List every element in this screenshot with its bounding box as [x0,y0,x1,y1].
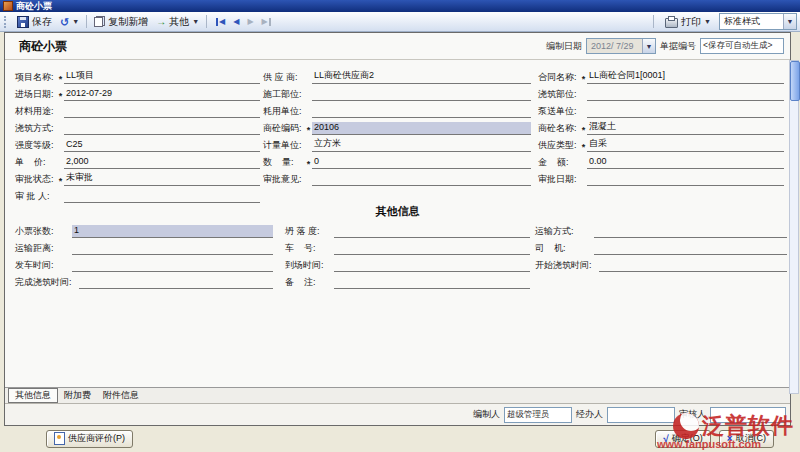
combobox-dropdown-icon[interactable]: ▼ [783,14,796,29]
print-label: 打印 [681,15,701,29]
field-input[interactable] [599,259,787,272]
field-input[interactable]: 1 [72,225,273,238]
form-field-row: 运输方式: [535,221,787,238]
field-input[interactable]: 混凝土 [587,120,784,135]
field-input[interactable]: C25 [64,139,260,152]
other-info-column-left: 小票张数:1运输距离:发车时间:完成浇筑时间: [15,221,273,289]
required-marker: * [57,75,64,84]
field-input[interactable] [312,105,531,118]
cancel-button[interactable]: × 取消(C) [719,430,774,448]
field-input[interactable] [64,122,260,135]
form-field-row: 开始浇筑时间: [535,255,787,272]
ok-button[interactable]: √ 确定(O) [655,430,711,448]
supplier-eval-icon [54,432,65,445]
form-field-row: 材料用途: [15,101,260,118]
field-label: 供 应 商: [263,71,305,84]
other-label: 其他 [169,15,189,29]
field-input[interactable] [72,242,273,255]
form-footer: 编制人 超级管理员 经办人 审核人 [5,404,790,425]
field-input[interactable] [312,173,531,186]
compile-date-label: 编制日期 [546,40,582,53]
tab[interactable]: 附加费 [58,389,97,402]
field-input[interactable]: 0 [312,156,531,169]
last-record-button[interactable]: ▶ [260,16,273,27]
form-field-row: 项目名称:*LL项目 [15,67,260,84]
field-label: 审批状态: [15,173,57,186]
scrollbar-thumb[interactable] [790,61,800,101]
form-field-row: 强度等级:C25 [15,135,260,152]
next-record-button[interactable]: ▶ [245,16,255,27]
reviewer-input[interactable] [710,407,786,423]
field-input[interactable] [79,276,273,289]
other-button[interactable]: → 其他 ▼ [152,14,203,30]
form-field-row: 供 应 商:LL商砼供应商2 [263,67,531,84]
field-input[interactable] [587,88,784,101]
form-field-row: 审批意见: [263,169,531,186]
field-input[interactable] [64,105,260,118]
undo-button[interactable]: ↺ ▼ [56,16,83,28]
field-input[interactable] [334,242,530,255]
field-input[interactable] [594,242,787,255]
field-label: 发车时间: [15,259,65,272]
record-navigation: ◀ ◀ ▶ ▶ [214,16,273,27]
previous-record-button[interactable]: ◀ [231,16,241,27]
tab[interactable]: 附件信息 [97,389,145,402]
field-input[interactable]: LL项目 [64,69,260,84]
field-label: 浇筑方式: [15,122,57,135]
toolbar: 保存 ↺ ▼ 复制新增 → 其他 ▼ ◀ ◀ ▶ ▶ 打印 ▼ [0,12,800,32]
field-label: 审批意见: [263,173,305,186]
window-titlebar: 商砼小票 [0,0,800,12]
form-field-row: 发车时间: [15,255,273,272]
first-record-button[interactable]: ◀ [214,16,227,27]
print-style-combobox[interactable]: 标准样式 ▼ [719,13,797,30]
compile-date-combobox[interactable]: 2012/ 7/29 ▼ [586,38,656,54]
form-field-row: 审批日期: [538,169,784,186]
doc-no-label: 单据编号 [660,40,696,53]
bottom-tabstrip: 其他信息附加费附件信息 [5,387,790,404]
save-icon [17,16,29,28]
toolbar-separator [86,15,87,28]
field-input[interactable] [587,105,784,118]
field-input[interactable] [312,88,531,101]
toolbar-grip [4,16,9,28]
field-label: 商砼名称: [538,122,580,135]
creator-input[interactable]: 超级管理员 [504,407,572,423]
field-input[interactable]: 2012-07-29 [64,88,260,101]
save-button[interactable]: 保存 [13,14,56,30]
field-input[interactable]: 未审批 [64,171,260,186]
field-label: 单 价: [15,156,57,169]
first-bar-icon [216,18,218,26]
supplier-eval-button[interactable]: 供应商评价(P) [46,430,133,448]
print-button[interactable]: 打印 ▼ [661,14,715,30]
field-input[interactable] [64,190,260,203]
field-input[interactable]: 立方米 [312,137,531,152]
form-field-row: 数 量:*0 [263,152,531,169]
field-input[interactable]: 自采 [587,137,784,152]
tab[interactable]: 其他信息 [8,388,58,403]
field-input[interactable] [334,259,530,272]
field-input[interactable]: 0.00 [587,156,784,169]
form-field-row: 运输距离: [15,238,273,255]
field-input[interactable] [587,173,784,186]
save-label: 保存 [32,15,52,29]
form-field-row: 泵送单位: [538,101,784,118]
form-field-row: 进场日期:*2012-07-29 [15,84,260,101]
copy-add-button[interactable]: 复制新增 [90,14,152,30]
form-field-row: 车 号: [285,238,530,255]
field-input[interactable]: 20106 [312,122,531,135]
vertical-scrollbar[interactable] [789,60,799,394]
handler-input[interactable] [607,407,675,423]
field-input[interactable] [594,225,787,238]
doc-no-input[interactable]: <保存可自动生成> [700,38,784,54]
form-field-row: 耗用单位: [263,101,531,118]
combobox-dropdown-icon[interactable]: ▼ [642,39,655,53]
required-marker: * [580,143,587,152]
field-input[interactable]: 2,000 [64,156,260,169]
field-input[interactable]: LL商砼合同1[0001] [587,69,784,84]
form-field-row: 金 额:0.00 [538,152,784,169]
field-input[interactable]: LL商砼供应商2 [312,69,531,84]
field-label: 材料用途: [15,105,57,118]
field-input[interactable] [334,276,530,289]
field-input[interactable] [334,225,530,238]
field-input[interactable] [72,259,273,272]
